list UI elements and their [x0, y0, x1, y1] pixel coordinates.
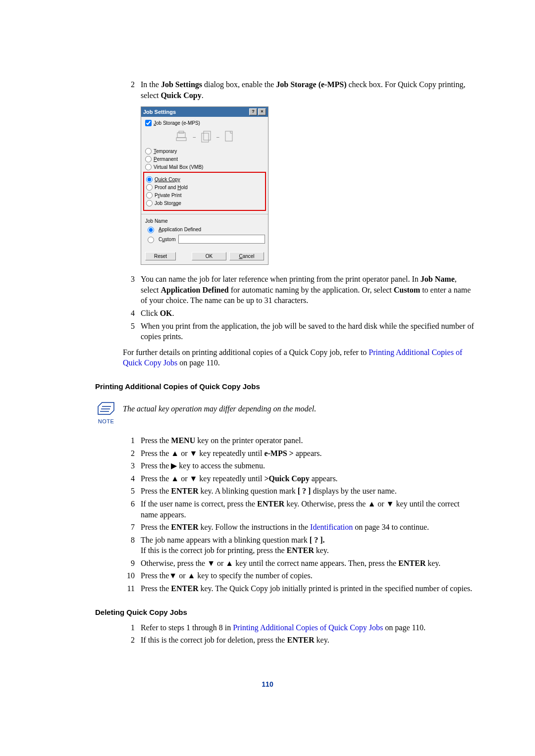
b-step-9: 9Otherwise, press the ▼ or ▲ key until t… — [123, 558, 476, 569]
heading-deleting: Deleting Quick Copy Jobs — [95, 608, 476, 616]
b-step-11: 11Press the ENTER key. The Quick Copy jo… — [123, 583, 476, 594]
job-settings-dialog: Job Settings ? × Job Storage (e-MPS) – – — [141, 106, 268, 265]
close-icon[interactable]: × — [258, 108, 266, 115]
step-text: In the Job Settings dialog box, enable t… — [141, 79, 476, 101]
step-2: 2 In the Job Settings dialog box, enable… — [123, 79, 476, 101]
custom-radio[interactable]: Custom — [145, 235, 264, 244]
step-4: 4 Click OK. — [123, 308, 476, 319]
job-storage-label: ob Storage (e-MPS) — [156, 120, 200, 126]
printing-additional-link-2[interactable]: Printing Additional Copies of Quick Copy… — [233, 623, 383, 632]
heading-printing-additional: Printing Additional Copies of Quick Copy… — [95, 382, 476, 391]
cancel-button[interactable]: Cancel — [229, 252, 264, 260]
ok-button[interactable]: OK — [192, 252, 226, 260]
svg-rect-4 — [204, 131, 211, 140]
b-step-4: 4Press the ▲ or ▼ key repeatedly until >… — [123, 473, 476, 484]
svg-marker-6 — [98, 403, 114, 414]
document-stack-icon — [201, 130, 212, 143]
custom-name-input[interactable] — [178, 235, 265, 244]
b-step-7: 7Press the ENTER key. Follow the instruc… — [123, 522, 476, 533]
quick-copy-radio[interactable]: Quick Copy — [146, 176, 263, 183]
dialog-titlebar: Job Settings ? × — [141, 107, 268, 117]
highlight-box: Quick Copy Proof and Hold Private Print … — [143, 172, 266, 211]
svg-rect-2 — [176, 138, 186, 141]
c-step-2: 2If this is the correct job for deletion… — [123, 635, 476, 646]
step-number: 2 — [123, 79, 135, 101]
step-5: 5 When you print from the application, t… — [123, 321, 476, 342]
b-step-10: 10Press the▼ or ▲ key to specify the num… — [123, 570, 476, 581]
job-storage-radio[interactable]: Job Storage — [146, 200, 263, 206]
job-name-label: Job Name — [145, 218, 264, 224]
dialog-title: Job Settings — [143, 109, 176, 115]
help-icon[interactable]: ? — [249, 108, 257, 115]
step-3: 3 You can name the job for later referen… — [123, 274, 476, 306]
dialog-icon-row: – – — [145, 130, 264, 143]
private-print-radio[interactable]: Private Print — [146, 192, 263, 199]
printer-icon — [175, 131, 188, 143]
page-number: 110 — [59, 680, 476, 688]
job-name-group: Job Name Application Defined Custom — [145, 217, 264, 247]
svg-rect-5 — [225, 131, 232, 141]
reset-button[interactable]: Reset — [145, 252, 176, 260]
job-storage-checkbox[interactable]: Job Storage (e-MPS) — [145, 120, 264, 126]
note-label: NOTE — [93, 418, 119, 424]
note-icon: NOTE — [93, 400, 119, 424]
c-step-1: 1Refer to steps 1 through 8 in Printing … — [123, 622, 476, 633]
b-step-8: 8The job name appears with a blinking qu… — [123, 535, 476, 556]
document-icon — [224, 130, 234, 143]
application-defined-radio[interactable]: Application Defined — [145, 225, 264, 233]
reference-paragraph: For further details on printing addition… — [123, 347, 476, 368]
b-step-6: 6If the user name is correct, press the … — [123, 499, 476, 520]
identification-link[interactable]: Identification — [310, 523, 353, 531]
temporary-radio[interactable]: Temporary — [145, 148, 264, 154]
b-step-5: 5Press the ENTER key. A blinking questio… — [123, 486, 476, 497]
note-block: NOTE The actual key operation may differ… — [93, 400, 476, 424]
vmb-radio[interactable]: Virtual Mail Box (VMB) — [145, 164, 264, 170]
proof-hold-radio[interactable]: Proof and Hold — [146, 184, 263, 191]
permanent-radio[interactable]: Permanent — [145, 156, 264, 162]
note-text: The actual key operation may differ depe… — [123, 404, 316, 413]
b-step-1: 1Press the MENU key on the printer opera… — [123, 435, 476, 446]
b-step-3: 3Press the ▶ key to access the submenu. — [123, 460, 476, 471]
svg-rect-3 — [202, 133, 209, 142]
b-step-2: 2Press the ▲ or ▼ key repeatedly until e… — [123, 448, 476, 459]
